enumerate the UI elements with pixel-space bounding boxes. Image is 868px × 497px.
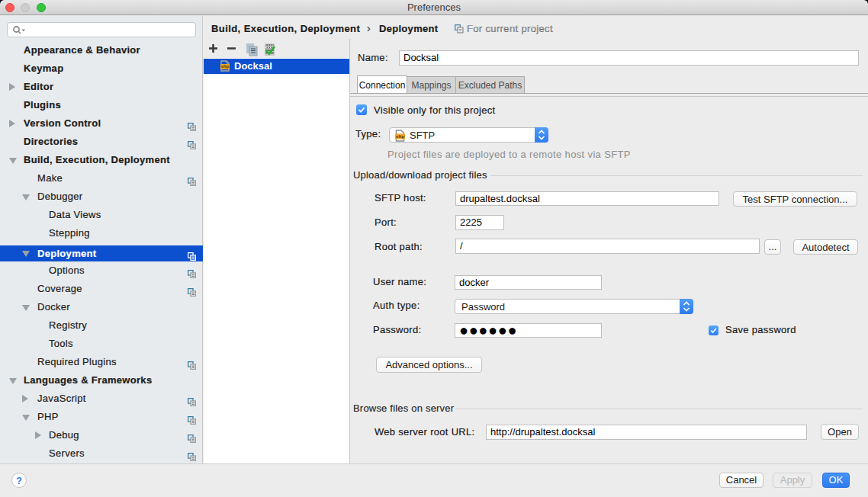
svg-text:sftp: sftp (396, 133, 405, 139)
svg-text:sftp: sftp (221, 64, 230, 69)
